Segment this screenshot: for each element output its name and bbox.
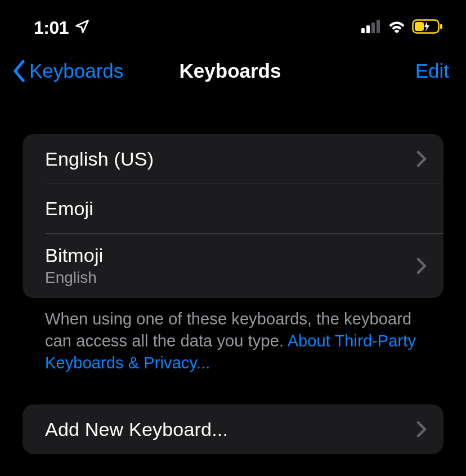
svg-rect-1 bbox=[366, 25, 370, 33]
navigation-bar: Keyboards Keyboards Edit bbox=[0, 39, 466, 101]
row-text: Add New Keyboard... bbox=[45, 419, 228, 441]
chevron-right-icon bbox=[416, 150, 427, 167]
status-bar: 1:01 bbox=[0, 0, 466, 39]
chevron-right-icon bbox=[416, 421, 427, 438]
content: English (US) Emoji Bitmoji English bbox=[0, 101, 466, 454]
edit-button[interactable]: Edit bbox=[325, 60, 449, 82]
chevron-left-icon bbox=[11, 60, 27, 82]
keyboard-row-english-us[interactable]: English (US) bbox=[23, 134, 443, 184]
row-label: Bitmoji bbox=[45, 244, 103, 266]
status-time: 1:01 bbox=[34, 17, 69, 38]
battery-icon bbox=[412, 19, 443, 36]
wifi-icon bbox=[387, 20, 406, 35]
svg-rect-2 bbox=[371, 23, 375, 33]
cellular-icon bbox=[361, 20, 382, 35]
page-title: Keyboards bbox=[135, 60, 325, 82]
svg-rect-6 bbox=[440, 24, 442, 29]
keyboard-row-emoji[interactable]: Emoji bbox=[23, 184, 443, 233]
row-text: Bitmoji English bbox=[45, 244, 103, 287]
third-party-footer: When using one of these keyboards, the k… bbox=[23, 298, 443, 374]
keyboard-row-bitmoji[interactable]: Bitmoji English bbox=[23, 233, 443, 298]
row-text: Emoji bbox=[45, 198, 93, 220]
back-label: Keyboards bbox=[29, 60, 123, 82]
location-icon bbox=[74, 19, 90, 37]
svg-rect-3 bbox=[377, 20, 380, 33]
row-label: Emoji bbox=[45, 198, 93, 220]
svg-rect-0 bbox=[361, 28, 365, 33]
add-keyboard-group: Add New Keyboard... bbox=[23, 404, 443, 454]
status-right bbox=[361, 19, 443, 36]
row-sublabel: English bbox=[45, 269, 103, 287]
status-left: 1:01 bbox=[34, 17, 90, 38]
row-label: Add New Keyboard... bbox=[45, 419, 228, 441]
chevron-right-icon bbox=[416, 257, 427, 274]
back-button[interactable]: Keyboards bbox=[11, 60, 135, 82]
row-text: English (US) bbox=[45, 148, 154, 170]
keyboards-group: English (US) Emoji Bitmoji English bbox=[23, 134, 443, 298]
add-new-keyboard[interactable]: Add New Keyboard... bbox=[23, 404, 443, 454]
row-label: English (US) bbox=[45, 148, 154, 170]
svg-rect-5 bbox=[415, 22, 424, 31]
